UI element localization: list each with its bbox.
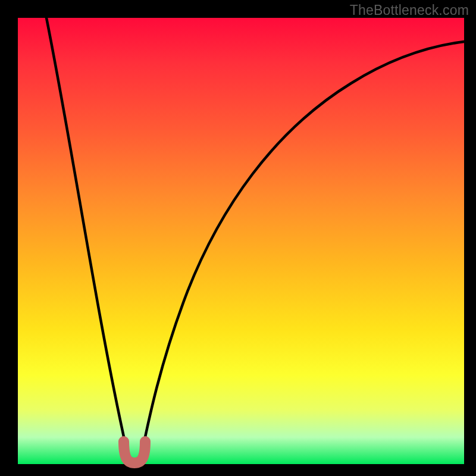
chart-frame: TheBottleneck.com xyxy=(0,0,476,476)
curve-left-branch xyxy=(46,18,132,463)
curve-layer xyxy=(18,18,464,464)
watermark-label: TheBottleneck.com xyxy=(350,2,469,18)
optimal-marker xyxy=(124,441,145,463)
plot-area xyxy=(18,18,464,464)
curve-right-branch xyxy=(140,42,464,463)
